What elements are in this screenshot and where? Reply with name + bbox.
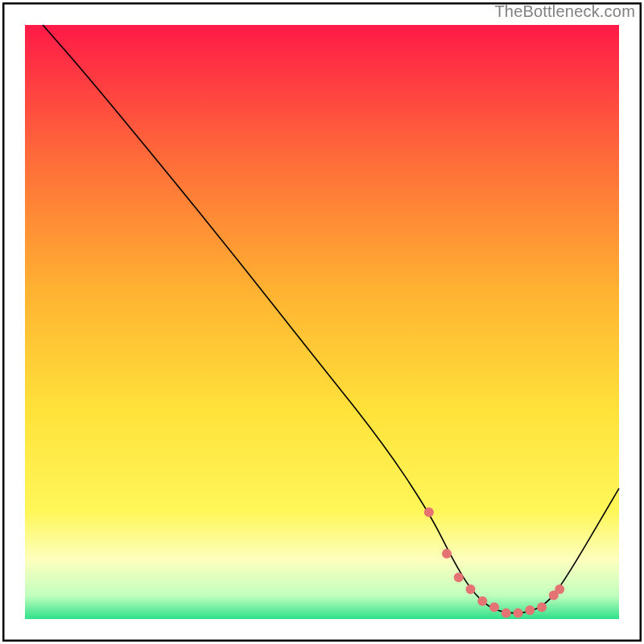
optimal-marker	[477, 597, 487, 606]
gradient-background	[25, 25, 619, 619]
optimal-marker	[514, 609, 523, 618]
optimal-marker	[424, 507, 434, 517]
optimal-marker	[454, 572, 464, 582]
watermark: TheBottleneck.com	[494, 2, 635, 21]
chart-frame: TheBottleneck.com	[2, 2, 642, 642]
optimal-marker	[489, 602, 499, 612]
optimal-marker	[555, 584, 564, 594]
optimal-marker	[466, 584, 476, 594]
chart-svg	[2, 2, 642, 642]
optimal-marker	[442, 549, 452, 559]
optimal-marker	[502, 609, 511, 618]
optimal-marker	[525, 605, 535, 615]
optimal-marker	[537, 602, 547, 612]
